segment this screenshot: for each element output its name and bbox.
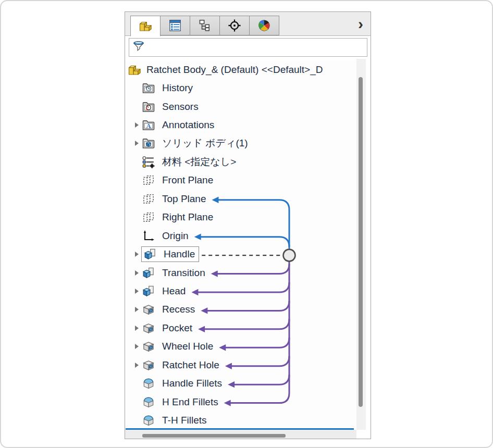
tree-item-head[interactable]: Head (125, 282, 356, 300)
cut-extrude-icon (141, 358, 156, 372)
tree-item-[interactable]: 材料 <指定なし> (125, 153, 356, 171)
vertical-scrollbar-thumb[interactable] (359, 77, 363, 407)
manager-tab-strip: › (125, 12, 371, 36)
chevron-spacer (132, 102, 141, 111)
flyout-chevron-icon[interactable]: › (358, 14, 363, 34)
dimxpert-icon (227, 18, 242, 33)
chevron-spacer (132, 397, 141, 407)
screenshot-canvas: › Ratchet Body_& (Default) <<Default>_DH… (0, 0, 493, 448)
tree-item-handle[interactable]: Handle (125, 245, 356, 263)
tab-part[interactable] (130, 16, 161, 36)
tree-item-annotations[interactable]: AAnnotations (125, 116, 356, 134)
tree-item-sensors[interactable]: Sensors (125, 97, 356, 116)
tab-configurations[interactable] (190, 16, 220, 35)
tree-item-label: Head (162, 285, 186, 297)
expand-chevron-icon[interactable] (132, 360, 141, 370)
tree-item-recess[interactable]: Recess (125, 301, 356, 319)
expand-chevron-icon[interactable] (132, 250, 141, 259)
plane-icon (141, 192, 156, 206)
tree-item-history[interactable]: History (125, 79, 356, 97)
tab-dimxpert[interactable] (219, 16, 250, 35)
filter-funnel-icon (129, 40, 145, 55)
chevron-spacer (132, 83, 141, 93)
cut-extrude-icon (141, 321, 156, 335)
properties-icon (167, 18, 183, 33)
tree-item-transition[interactable]: Transition (125, 264, 356, 282)
chevron-spacer (132, 176, 141, 185)
tree-item-front-plane[interactable]: Front Plane (125, 171, 356, 190)
chevron-spacer (132, 416, 141, 425)
boss-extrude-icon (141, 266, 156, 280)
folder-solidbodies-icon (141, 136, 156, 151)
tree-item-label: Annotations (162, 119, 214, 131)
selection-box: Handle (141, 246, 199, 262)
displaymanager-icon (256, 18, 272, 33)
expand-chevron-icon[interactable] (132, 323, 141, 333)
fillet-icon (141, 413, 156, 428)
tree-item-top-plane[interactable]: Top Plane (125, 190, 356, 208)
cut-extrude-icon (141, 339, 156, 354)
folder-annotations-icon: A (141, 118, 156, 132)
tree-item-label: Wheel Hole (162, 341, 213, 352)
tree-item-t-h-fillets[interactable]: T-H Fillets (125, 411, 356, 429)
expand-chevron-icon[interactable] (132, 342, 141, 351)
tree-item-ratchet-hole[interactable]: Ratchet Hole (125, 356, 356, 374)
tree-item-label: History (162, 82, 193, 94)
tree-item-label: Top Plane (162, 193, 206, 205)
expand-chevron-icon[interactable] (132, 268, 141, 278)
manager-tab-bar (130, 16, 279, 36)
folder-sensors-icon (141, 99, 156, 114)
tree-item-label: ソリッド ボディ(1) (162, 136, 248, 150)
featuremanager-panel: › Ratchet Body_& (Default) <<Default>_DH… (125, 11, 371, 439)
tree-item-origin[interactable]: Origin (125, 227, 356, 245)
tree-item-label: Recess (162, 304, 195, 315)
tree-item-label: T-H Fillets (162, 415, 207, 426)
tree-item-ratchet-body-default-default-d[interactable]: Ratchet Body_& (Default) <<Default>_D (125, 60, 356, 79)
tree-item-pocket[interactable]: Pocket (125, 319, 356, 337)
plane-icon (141, 173, 156, 188)
tree-item-wheel-hole[interactable]: Wheel Hole (125, 338, 356, 356)
tree-item-label: Sensors (162, 101, 199, 113)
tree-item-label: Handle Fillets (162, 378, 222, 389)
part-icon (138, 18, 153, 34)
feature-tree: Ratchet Body_& (Default) <<Default>_DHis… (125, 60, 356, 430)
chevron-spacer (132, 194, 141, 204)
tree-item-h-end-fillets[interactable]: H End Fillets (125, 393, 356, 411)
tab-displaymanager[interactable] (249, 16, 279, 35)
tree-item-label: H End Fillets (162, 396, 218, 408)
tree-item-label: Transition (162, 267, 205, 279)
expand-chevron-icon[interactable] (132, 120, 141, 130)
tree-item-label: Handle (164, 248, 195, 260)
chevron-spacer (132, 231, 141, 241)
filter-bar (129, 38, 367, 57)
tree-item-label: Ratchet Hole (162, 359, 219, 371)
boss-extrude-icon (141, 284, 156, 298)
chevron-spacer (132, 213, 141, 222)
expand-chevron-icon[interactable] (132, 287, 141, 296)
origin-icon (141, 229, 156, 243)
fillet-icon (141, 376, 156, 391)
tree-item-1[interactable]: ソリッド ボディ(1) (125, 134, 356, 153)
tree-item-label: Origin (162, 230, 189, 242)
tree-item-label: 材料 <指定なし> (162, 155, 236, 169)
tree-item-handle-fillets[interactable]: Handle Fillets (125, 374, 356, 392)
filter-input[interactable] (145, 39, 367, 56)
configurations-icon (197, 18, 213, 33)
expand-chevron-icon[interactable] (132, 139, 141, 148)
cut-extrude-icon (141, 302, 156, 317)
tree-item-right-plane[interactable]: Right Plane (125, 208, 356, 227)
plane-icon (141, 210, 156, 225)
tree-item-label: Pocket (162, 322, 192, 334)
tree-item-label: Ratchet Body_& (Default) <<Default>_D (146, 64, 323, 76)
material-icon (141, 155, 156, 169)
horizontal-scrollbar-track[interactable] (125, 430, 356, 439)
fillet-icon (141, 395, 156, 409)
vertical-scrollbar-track[interactable] (356, 59, 366, 430)
chevron-spacer (132, 157, 141, 167)
tree-item-label: Right Plane (162, 211, 213, 223)
boss-extrude-icon (143, 247, 157, 262)
tab-properties[interactable] (160, 16, 190, 35)
expand-chevron-icon[interactable] (132, 305, 141, 314)
part-icon (127, 62, 142, 78)
horizontal-scrollbar-thumb[interactable] (142, 434, 286, 438)
